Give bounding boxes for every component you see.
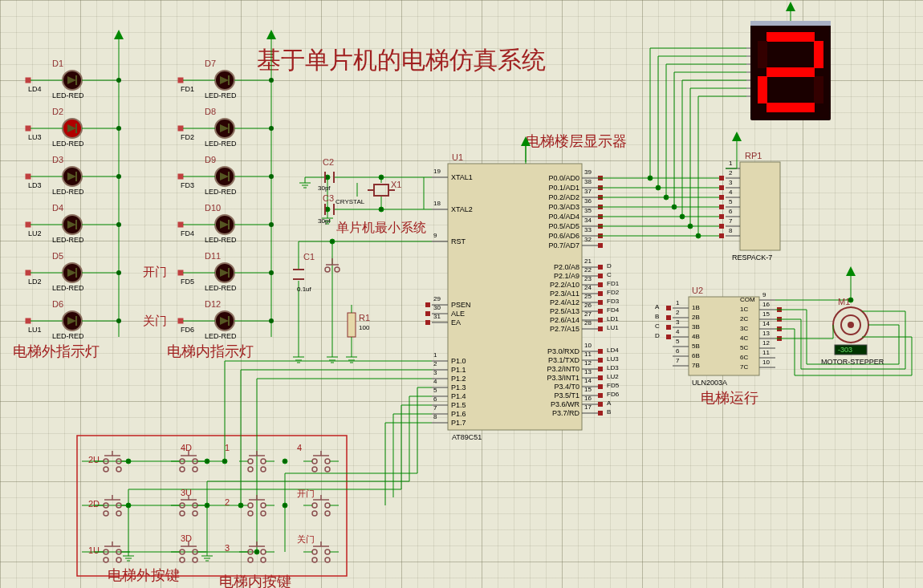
svg-point-186	[283, 503, 287, 508]
svg-rect-76	[598, 274, 603, 278]
svg-point-94	[379, 175, 384, 180]
svg-marker-27	[846, 266, 856, 276]
m1-val: MOTOR-STEPPER	[821, 358, 884, 366]
c1-ref: C1	[303, 252, 315, 262]
m1-ref: M1	[838, 297, 850, 306]
svg-rect-165	[666, 325, 671, 330]
svg-point-185	[205, 459, 209, 464]
svg-rect-84	[598, 358, 603, 363]
svg-rect-123	[719, 176, 724, 180]
svg-rect-124	[719, 185, 724, 190]
btn-close: 关门	[297, 533, 315, 545]
svg-marker-21	[266, 30, 276, 39]
c1-val: 0.1uf	[297, 286, 311, 293]
svg-rect-15	[750, 21, 831, 26]
svg-rect-129	[719, 233, 724, 238]
svg-rect-90	[598, 411, 603, 416]
btn-2d: 2D	[88, 499, 100, 509]
x1-val: CRYSTAL	[335, 198, 364, 205]
svg-point-183	[126, 459, 131, 464]
svg-rect-127	[719, 214, 724, 219]
u2-ref: U2	[692, 286, 703, 295]
svg-point-184	[205, 503, 209, 508]
svg-point-180	[238, 503, 243, 508]
svg-point-95	[379, 207, 384, 212]
x1-ref: X1	[391, 180, 401, 189]
svg-point-182	[126, 503, 131, 508]
svg-rect-83	[598, 349, 603, 354]
rp1-val: RESPACK-7	[732, 253, 772, 262]
btn-4: 4	[297, 443, 302, 452]
btn-4d: 4D	[181, 443, 192, 452]
svg-rect-125	[719, 195, 724, 200]
svg-point-173	[848, 322, 854, 328]
svg-rect-81	[598, 318, 603, 322]
svg-point-108	[325, 267, 330, 272]
svg-point-179	[222, 459, 227, 464]
svg-rect-103	[374, 185, 388, 196]
svg-marker-25	[732, 132, 742, 141]
btn-open: 开门	[297, 488, 315, 500]
svg-point-109	[335, 267, 340, 272]
svg-rect-74	[598, 243, 603, 248]
svg-rect-87	[598, 384, 603, 389]
btn-1: 1	[225, 443, 230, 452]
svg-marker-19	[114, 30, 124, 39]
svg-rect-114	[740, 162, 780, 250]
svg-point-98	[330, 239, 335, 244]
u1-ref: U1	[452, 152, 463, 162]
motor-reading: -303	[838, 346, 852, 354]
c2-val: 30pf	[318, 185, 331, 192]
rp1-ref: RP1	[745, 151, 762, 160]
schematic-svg	[0, 0, 923, 588]
svg-rect-164	[666, 315, 671, 320]
svg-rect-79	[598, 300, 603, 305]
svg-marker-17	[786, 2, 795, 11]
svg-rect-78	[598, 291, 603, 296]
btn-2: 2	[225, 497, 230, 507]
svg-point-181	[254, 549, 259, 554]
svg-rect-163	[666, 306, 671, 310]
btn-2u: 2U	[88, 455, 100, 464]
c2-ref: C2	[323, 157, 334, 167]
btn-3u: 3U	[181, 488, 192, 497]
svg-rect-86	[598, 375, 603, 380]
svg-rect-80	[598, 309, 603, 314]
btn-3d: 3D	[181, 533, 192, 543]
svg-rect-111	[348, 313, 356, 337]
schematic-canvas: 基于单片机的电梯仿真系统 电梯外指示灯 电梯内指示灯 开门 关门 单片机最小系统…	[0, 0, 923, 588]
u1-val: AT89C51	[452, 433, 482, 441]
svg-rect-82	[598, 326, 603, 331]
svg-point-187	[283, 459, 287, 464]
svg-rect-89	[598, 402, 603, 407]
r1-val: 100	[359, 324, 369, 331]
svg-rect-88	[598, 393, 603, 398]
svg-rect-166	[666, 335, 671, 339]
svg-rect-93	[425, 320, 430, 325]
u2-val: ULN2003A	[692, 379, 727, 387]
svg-rect-91	[425, 302, 430, 307]
svg-rect-92	[425, 311, 430, 316]
svg-rect-128	[719, 224, 724, 229]
svg-rect-126	[719, 205, 724, 209]
r1-ref: R1	[359, 313, 370, 322]
btn-3: 3	[225, 543, 230, 553]
c3-val: 30pf	[318, 217, 331, 225]
svg-rect-75	[598, 265, 603, 270]
btn-1u: 1U	[88, 545, 100, 555]
svg-rect-85	[598, 367, 603, 371]
svg-rect-77	[598, 282, 603, 287]
c3-ref: C3	[323, 193, 334, 203]
